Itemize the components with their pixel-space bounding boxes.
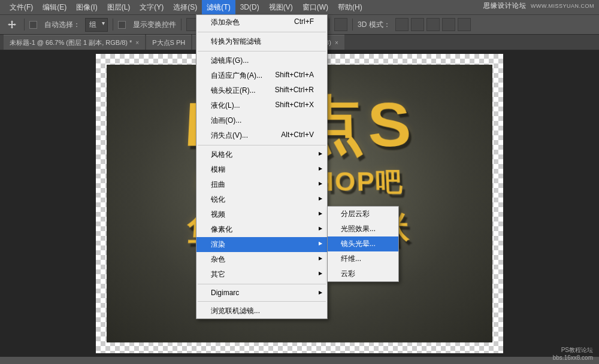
menu-view[interactable]: 视图(V) [264, 0, 298, 15]
menu-item[interactable]: 锐化 [196, 192, 327, 207]
submenu-item[interactable]: 光照效果... [328, 222, 398, 236]
menu-window[interactable]: 窗口(W) [298, 0, 333, 15]
menu-item[interactable]: 模糊 [196, 162, 327, 177]
menu-item[interactable]: 其它 [196, 267, 327, 282]
menu-item[interactable]: 镜头校正(R)...Shift+Ctrl+R [196, 83, 327, 98]
submenu-item[interactable]: 云彩 [328, 266, 398, 281]
tab-label: P大点S PH [152, 38, 185, 47]
3d-icon[interactable] [458, 18, 471, 31]
move-tool-icon[interactable] [5, 17, 19, 32]
close-icon[interactable]: × [335, 40, 338, 46]
menu-select[interactable]: 选择(S) [168, 0, 202, 15]
divider [24, 19, 25, 31]
divider [181, 19, 181, 31]
misc-icons-2 [334, 18, 347, 31]
menu-item[interactable]: 消失点(V)...Alt+Ctrl+V [196, 128, 327, 143]
submenu-item[interactable]: 镜头光晕... [328, 236, 398, 251]
watermark-en: WWW.MISSYUAN.COM [531, 3, 594, 9]
auto-select-label: 自动选择： [44, 20, 80, 30]
misc-icon[interactable] [334, 18, 347, 31]
watermark-br-line2: bbs.16xx8.com [553, 354, 593, 362]
filter-dropdown-menu: 添加杂色Ctrl+F转换为智能滤镜滤镜库(G)...自适应广角(A)...Shi… [196, 14, 328, 319]
menu-item[interactable]: 自适应广角(A)...Shift+Ctrl+A [196, 68, 327, 83]
menu-separator [198, 284, 326, 284]
menu-file[interactable]: 文件(F) [5, 0, 38, 15]
divider [352, 19, 353, 31]
app-window: 文件(F) 编辑(E) 图像(I) 图层(L) 文字(Y) 选择(S) 滤镜(T… [0, 0, 599, 364]
tab-label: 未标题-1 @ 66.7% (图层 1 副本, RGB/8) * [10, 38, 132, 47]
3d-mode-icons [395, 18, 471, 31]
menu-edit[interactable]: 编辑(E) [38, 0, 71, 15]
menu-separator [198, 51, 326, 51]
menu-separator [198, 145, 326, 145]
menu-item[interactable]: 渲染 [196, 237, 327, 252]
menu-item[interactable]: 滤镜库(G)... [196, 53, 327, 68]
menu-image[interactable]: 图像(I) [71, 0, 102, 15]
divider [113, 19, 113, 31]
watermark-br-line1: PS教程论坛 [553, 346, 593, 354]
menu-item[interactable]: 添加杂色Ctrl+F [196, 15, 327, 30]
menu-separator [198, 301, 326, 302]
document-tab[interactable]: P大点S PH [146, 35, 191, 50]
menu-item[interactable]: 油画(O)... [196, 113, 327, 128]
menu-help[interactable]: 帮助(H) [333, 0, 367, 15]
watermark-bottom-right: PS教程论坛 bbs.16xx8.com [553, 346, 593, 362]
3d-icon[interactable] [426, 18, 440, 31]
3d-icon[interactable] [442, 18, 455, 31]
submenu-item[interactable]: 纤维... [328, 251, 398, 266]
auto-select-dropdown[interactable]: 组 [85, 18, 108, 32]
menu-item[interactable]: 转换为智能滤镜 [196, 34, 327, 49]
document-tab[interactable]: 未标题-1 @ 66.7% (图层 1 副本, RGB/8) * × [4, 35, 145, 50]
menu-type[interactable]: 文字(Y) [135, 0, 168, 15]
menu-3d[interactable]: 3D(D) [235, 1, 264, 14]
3d-icon[interactable] [411, 18, 424, 31]
menu-item[interactable]: 液化(L)...Shift+Ctrl+X [196, 98, 327, 113]
menu-layer[interactable]: 图层(L) [102, 0, 135, 15]
menu-separator [198, 32, 326, 32]
watermark-cn: 思缘设计论坛 [483, 2, 527, 9]
divider [329, 19, 329, 31]
menu-item[interactable]: 杂色 [196, 252, 327, 267]
close-icon[interactable]: × [135, 40, 139, 46]
menu-item[interactable]: 像素化 [196, 222, 327, 237]
3d-mode-label: 3D 模式： [358, 20, 391, 30]
menu-item[interactable]: 视频 [196, 207, 327, 222]
menu-item[interactable]: 扭曲 [196, 177, 327, 192]
show-transform-label: 显示变换控件 [133, 20, 176, 30]
menu-item[interactable]: 浏览联机滤镜... [196, 304, 327, 318]
watermark-top-right: 思缘设计论坛 WWW.MISSYUAN.COM [483, 1, 594, 10]
submenu-item[interactable]: 分层云彩 [328, 207, 398, 222]
menu-filter[interactable]: 滤镜(T) [202, 0, 235, 15]
menu-item[interactable]: Digimarc [196, 286, 327, 299]
render-submenu: 分层云彩光照效果...镜头光晕...纤维...云彩 [327, 206, 399, 282]
auto-select-checkbox[interactable] [29, 21, 37, 29]
show-transform-checkbox[interactable] [118, 21, 126, 29]
menu-item[interactable]: 风格化 [196, 147, 327, 162]
3d-icon[interactable] [395, 18, 409, 31]
